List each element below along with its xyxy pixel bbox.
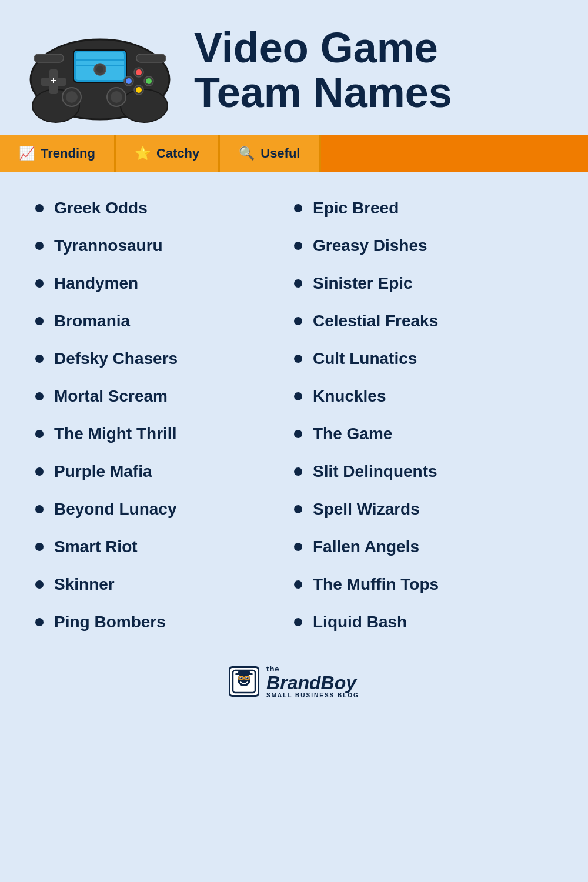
bullet-icon	[294, 279, 302, 288]
team-name-right-8: Spell Wizards	[313, 500, 420, 519]
brand-text: the BrandBoy Small Business Blog	[266, 664, 359, 699]
tab-trending-label: Trending	[41, 146, 95, 161]
list-item: Knuckles	[294, 377, 553, 415]
team-name-left-9: Smart Riot	[54, 537, 138, 556]
list-item: Beyond Lunacy	[35, 490, 294, 528]
list-item: Spell Wizards	[294, 490, 553, 528]
list-item: Handymen	[35, 265, 294, 302]
list-item: Greek Odds	[35, 189, 294, 227]
team-name-right-9: Fallen Angels	[313, 537, 419, 556]
svg-point-25	[96, 66, 103, 73]
list-item: Smart Riot	[35, 528, 294, 566]
team-name-right-3: Celestial Freaks	[313, 312, 438, 330]
bullet-icon	[35, 543, 44, 551]
list-item: The Might Thrill	[35, 415, 294, 453]
trending-icon: 📈	[19, 146, 35, 161]
team-name-right-6: The Game	[313, 425, 392, 443]
title-block: Video Game Team Names	[194, 26, 564, 115]
team-name-left-4: Defsky Chasers	[54, 349, 178, 368]
svg-point-21	[111, 91, 122, 103]
list-item: Ping Bombers	[35, 603, 294, 641]
list-item: Liquid Bash	[294, 603, 553, 641]
bullet-icon	[294, 204, 302, 212]
team-name-right-0: Epic Breed	[313, 199, 399, 218]
list-item: Mortal Scream	[35, 377, 294, 415]
bullet-icon	[35, 242, 44, 250]
brand-name-bold: BrandBoy	[266, 672, 356, 693]
list-item: Cult Lunatics	[294, 340, 553, 377]
list-item: Fallen Angels	[294, 528, 553, 566]
svg-text:+: +	[51, 75, 57, 86]
team-name-right-1: Greasy Dishes	[313, 236, 427, 255]
right-column: Epic Breed Greasy Dishes Sinister Epic C…	[294, 189, 553, 641]
list-item: Epic Breed	[294, 189, 553, 227]
list-item: Tyrannosauru	[35, 227, 294, 265]
useful-icon: 🔍	[239, 146, 255, 161]
team-name-left-2: Handymen	[54, 274, 138, 293]
bullet-icon	[35, 355, 44, 363]
team-name-left-3: Bromania	[54, 312, 130, 330]
bullet-icon	[35, 392, 44, 400]
bullet-icon	[294, 430, 302, 438]
team-name-left-5: Mortal Scream	[54, 387, 168, 406]
bullet-icon	[35, 618, 44, 626]
bullet-icon	[294, 618, 302, 626]
list-item: Purple Mafia	[35, 453, 294, 490]
header: + Video Game Team Names	[0, 0, 588, 135]
svg-rect-22	[34, 54, 64, 62]
bullet-icon	[294, 467, 302, 476]
list-item: Sinister Epic	[294, 265, 553, 302]
tabs-bar: 📈 Trending ⭐ Catchy 🔍 Useful	[0, 135, 588, 172]
brand-face-svg	[232, 669, 256, 694]
tab-useful[interactable]: 🔍 Useful	[220, 135, 320, 172]
svg-point-11	[136, 69, 142, 75]
team-name-left-1: Tyrannosauru	[54, 236, 163, 255]
svg-point-17	[136, 87, 142, 93]
team-name-left-11: Ping Bombers	[54, 613, 166, 632]
svg-point-31	[246, 677, 248, 679]
team-names-columns: Greek Odds Tyrannosauru Handymen Bromani…	[35, 189, 553, 641]
footer: the BrandBoy Small Business Blog	[0, 653, 588, 716]
team-name-right-10: The Muffin Tops	[313, 575, 439, 594]
list-item: Skinner	[35, 566, 294, 603]
bullet-icon	[35, 204, 44, 212]
tab-trending[interactable]: 📈 Trending	[0, 135, 116, 172]
list-item: Bromania	[35, 302, 294, 340]
brand-sub-label: Small Business Blog	[266, 692, 359, 699]
svg-rect-23	[136, 54, 166, 62]
list-item: The Muffin Tops	[294, 566, 553, 603]
bullet-icon	[35, 505, 44, 513]
list-item: The Game	[294, 415, 553, 453]
bullet-icon	[294, 543, 302, 551]
tab-useful-label: Useful	[260, 146, 300, 161]
bullet-icon	[294, 580, 302, 589]
controller-icon: +	[24, 18, 176, 123]
team-name-left-10: Skinner	[54, 575, 115, 594]
left-column: Greek Odds Tyrannosauru Handymen Bromani…	[35, 189, 294, 641]
catchy-icon: ⭐	[135, 146, 151, 161]
svg-point-15	[126, 78, 132, 84]
bullet-icon	[294, 242, 302, 250]
main-title: Video Game Team Names	[194, 26, 564, 115]
bullet-icon	[35, 430, 44, 438]
bullet-icon	[294, 317, 302, 325]
tab-catchy[interactable]: ⭐ Catchy	[116, 135, 220, 172]
team-name-right-5: Knuckles	[313, 387, 386, 406]
team-name-right-11: Liquid Bash	[313, 613, 407, 632]
brand-logo-box	[229, 666, 259, 697]
team-name-right-4: Cult Lunatics	[313, 349, 417, 368]
tab-catchy-label: Catchy	[156, 146, 199, 161]
svg-point-2	[121, 89, 168, 122]
team-name-left-7: Purple Mafia	[54, 462, 152, 481]
svg-point-30	[240, 677, 242, 679]
bullet-icon	[35, 279, 44, 288]
svg-rect-36	[235, 673, 253, 675]
list-item: Celestial Freaks	[294, 302, 553, 340]
list-item: Defsky Chasers	[35, 340, 294, 377]
bullet-icon	[294, 505, 302, 513]
team-name-left-8: Beyond Lunacy	[54, 500, 176, 519]
list-item: Slit Delinquents	[294, 453, 553, 490]
svg-point-19	[66, 91, 78, 103]
content-area: Greek Odds Tyrannosauru Handymen Bromani…	[0, 172, 588, 653]
list-item: Greasy Dishes	[294, 227, 553, 265]
